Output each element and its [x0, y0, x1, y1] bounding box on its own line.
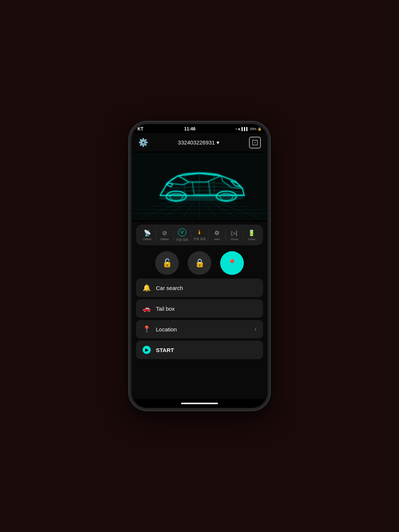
start-circle-icon: ▶: [143, 346, 151, 354]
tail-box-icon: 🚗: [143, 304, 151, 313]
signal-status-label: Offline: [143, 238, 151, 241]
divider-3: [191, 229, 191, 241]
battery-status-icon: 🔋: [248, 229, 255, 236]
door-label: Close: [231, 238, 238, 241]
home-bar[interactable]: [181, 403, 218, 404]
location-icon: ◈: [238, 127, 241, 131]
temp-icon: 🌡: [197, 229, 202, 236]
divider-6: [243, 229, 243, 241]
status-item-battery: 🔋 Close: [243, 229, 260, 241]
tail-box-label: Tail box: [156, 306, 256, 312]
offline-label: Offline: [160, 238, 169, 241]
battery-text: 33%: [250, 127, 256, 131]
status-item-close1: ▷| Close: [226, 229, 242, 241]
control-row: 🔓 🔒 📍: [132, 248, 267, 279]
start-label: START: [156, 347, 174, 353]
battery-close-label: Close: [248, 238, 255, 241]
status-strip: 📡 Offline ⊘ Offline V 연결 끊음 🌡 연결 끊음 ⚙ st…: [136, 225, 263, 245]
divider-2: [173, 229, 174, 241]
start-button[interactable]: ▶ START: [136, 341, 263, 359]
status-item-start: ⚙ start: [209, 229, 225, 241]
settings-icon[interactable]: ⚙️: [138, 138, 148, 147]
scan-icon[interactable]: ⊡: [249, 137, 261, 149]
divider-5: [225, 229, 226, 241]
divider-4: [208, 229, 208, 241]
svg-line-20: [166, 194, 187, 195]
tail-box-menu-item[interactable]: 🚗 Tail box: [136, 299, 263, 318]
status-icons: ▪️ ◈ ▌▌▌ 33% 🔒: [236, 127, 262, 131]
voltage-icon: V: [178, 228, 186, 236]
car-visual: [132, 151, 267, 222]
menu-list: 🔔 Car search 🚗 Tail box 📍 Location ›: [132, 279, 267, 338]
top-bar: ⚙️ 332403226931 ▾ ⊡: [132, 133, 267, 151]
wifi-icon: ▪️: [236, 127, 237, 131]
status-item-signal: 📡 Offline: [139, 229, 156, 241]
offline-icon: ⊘: [162, 229, 167, 236]
signal-status-icon: 📡: [144, 229, 151, 236]
status-carrier-time: KT: [137, 126, 143, 132]
status-item-voltage: V 연결 끊음: [174, 228, 190, 242]
status-item-temp: 🌡 연결 끊음: [191, 229, 208, 241]
status-time: 11:46: [184, 126, 195, 132]
location-arrow-icon: ›: [255, 326, 256, 332]
signal-icon: ▌▌▌: [242, 127, 249, 131]
svg-line-22: [223, 194, 242, 195]
battery-icon: 🔒: [258, 127, 262, 131]
location-icon-menu: 📍: [143, 325, 151, 333]
car-search-menu-item[interactable]: 🔔 Car search: [136, 279, 263, 297]
divider-1: [156, 229, 156, 241]
app-screen: ⚙️ 332403226931 ▾ ⊡: [132, 133, 267, 399]
engine-label: start: [214, 238, 220, 241]
location-label: Location: [156, 326, 249, 332]
engine-icon: ⚙: [214, 229, 219, 236]
camera-notch: [197, 124, 202, 129]
svg-point-26: [158, 196, 244, 201]
location-menu-item[interactable]: 📍 Location ›: [136, 320, 263, 338]
phone-frame: KT 11:46 ▪️ ◈ ▌▌▌ 33% 🔒 ⚙️ 332403226931 …: [129, 122, 270, 410]
car-search-icon: 🔔: [143, 284, 151, 292]
home-indicator: [132, 399, 267, 408]
status-item-offline: ⊘ Offline: [157, 229, 173, 241]
door-icon: ▷|: [231, 229, 237, 236]
temp-label: 연결 끊음: [193, 237, 206, 241]
device-id-label[interactable]: 332403226931 ▾: [178, 139, 219, 146]
unlock-button[interactable]: 🔓: [155, 251, 179, 275]
car-search-label: Car search: [156, 285, 256, 291]
voltage-label: 연결 끊음: [176, 238, 188, 242]
pin-button[interactable]: 📍: [220, 251, 244, 275]
lock-button[interactable]: 🔒: [188, 251, 211, 275]
